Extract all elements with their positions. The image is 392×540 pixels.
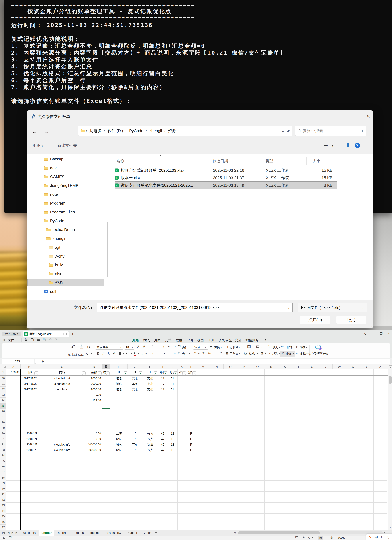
column-header-W[interactable]: W: [333, 365, 346, 369]
column-header-E[interactable]: E: [102, 365, 110, 369]
filter-caret-icon[interactable]: ▼: [292, 353, 294, 355]
column-header-F[interactable]: F: [110, 365, 127, 369]
column-header-P[interactable]: P: [237, 365, 251, 369]
currency-caret-icon[interactable]: ▼: [198, 353, 200, 355]
copy-icon[interactable]: ⧉: [86, 352, 88, 355]
sheet-tab-ledger[interactable]: Ledger: [39, 530, 54, 536]
document-tab[interactable]: S 模板-Ledgert.xlsx ⧉: [23, 331, 69, 337]
convert-icon-icon[interactable]: ⇄: [210, 345, 212, 349]
file-row-2[interactable]: S版本一.xlsx2025-11-03 21:37XLSX 工作表15 KB: [115, 174, 337, 182]
row-header-47[interactable]: 47: [0, 525, 6, 530]
filter-dropdown-icon[interactable]: [164, 371, 167, 375]
sheet-tab-income[interactable]: Income: [88, 530, 103, 536]
cell-D20[interactable]: 2000.00: [86, 375, 102, 381]
sheet-tab-expense[interactable]: Expense: [71, 530, 88, 536]
cell-B22[interactable]: 2017/11/20: [20, 387, 38, 392]
align-center-icon[interactable]: ⬌: [157, 351, 160, 355]
breadcrumb-this-pc[interactable]: 此电脑: [89, 128, 101, 134]
tree-item-backup[interactable]: Backup: [28, 155, 103, 163]
view-mode-caret-icon[interactable]: ▾: [332, 144, 333, 147]
cell-L31[interactable]: P: [186, 436, 196, 442]
export-pdf-icon[interactable]: 🖆: [31, 338, 34, 341]
cell-C33[interactable]: cloudlet.info: [38, 447, 86, 453]
column-header-size[interactable]: 大小: [313, 159, 320, 164]
cell-D22[interactable]: 2000.00: [86, 387, 102, 392]
normal-view-icon[interactable]: ▦: [318, 536, 323, 540]
search-box[interactable]: 在 资源 中搜索 ⌕: [295, 125, 366, 136]
address-dropdown-icon[interactable]: ⌄: [281, 129, 284, 133]
cell-C32[interactable]: cloudlet.info: [38, 442, 86, 447]
cell-H21[interactable]: 支出: [143, 381, 158, 387]
filename-dropdown-icon[interactable]: ⌄: [287, 306, 290, 309]
sort-icon-icon[interactable]: A↓: [281, 345, 284, 348]
hscroll-right-icon[interactable]: ▶: [384, 531, 386, 534]
row-header-46[interactable]: 46: [0, 519, 6, 525]
up-icon[interactable]: ↑: [66, 128, 72, 135]
column-header-X[interactable]: X: [346, 365, 360, 369]
column-header-U[interactable]: U: [305, 365, 319, 369]
breadcrumb-zhengli[interactable]: zhengli: [149, 128, 162, 133]
page-break-view-icon[interactable]: ⎅: [329, 536, 334, 540]
cell-J30[interactable]: 13: [168, 431, 177, 436]
column-header-G[interactable]: G: [127, 365, 143, 369]
dialog-close-icon[interactable]: ✕: [365, 113, 372, 119]
worksheet-label[interactable]: 工作表: [230, 352, 238, 356]
cell-F20[interactable]: 域名: [110, 375, 127, 381]
cell-J31[interactable]: 13: [168, 436, 177, 442]
cell-H20[interactable]: 支出: [143, 375, 158, 381]
tree-item--[interactable]: 资源: [28, 279, 103, 286]
menu-tab-5[interactable]: 数据: [175, 338, 182, 343]
cell-J32[interactable]: 13: [168, 442, 177, 447]
wrap-icon-icon[interactable]: 🗔: [178, 345, 181, 348]
sheet-tab-check[interactable]: Check: [140, 530, 154, 536]
row-header-22[interactable]: 22: [0, 387, 6, 392]
menu-tab-8[interactable]: 工具: [208, 338, 215, 343]
clear-format-icon[interactable]: ◇: [141, 351, 143, 355]
column-header-D[interactable]: D: [86, 365, 102, 369]
paste-icon[interactable]: 📋: [79, 345, 84, 349]
moon-icon[interactable]: ☾: [381, 535, 384, 539]
row-header-29[interactable]: 29: [0, 425, 6, 431]
column-header-K[interactable]: K: [177, 365, 186, 369]
row-header-45[interactable]: 45: [0, 514, 6, 519]
last-sheet-icon[interactable]: ▶|: [16, 531, 18, 534]
macro-record-icon[interactable]: 🗔: [9, 536, 12, 539]
cell-G30[interactable]: /: [127, 431, 143, 436]
quickbar-caret-icon[interactable]: ⌄: [61, 338, 63, 341]
cell-J21[interactable]: 11: [168, 381, 177, 387]
percent-icon[interactable]: %: [202, 351, 205, 355]
bold-icon[interactable]: B: [97, 351, 99, 355]
column-header-V[interactable]: V: [319, 365, 333, 369]
filter-dropdown-icon[interactable]: [174, 371, 177, 375]
cell-A1[interactable]: 123.00: [6, 369, 20, 375]
align-left-icon[interactable]: ⬅: [152, 351, 154, 355]
filter-dropdown-icon[interactable]: [154, 371, 157, 375]
menu-tab-6[interactable]: 审阅: [186, 338, 193, 343]
dec-inc-icon[interactable]: ⁺·⁰: [213, 351, 217, 355]
row-header-20[interactable]: 20: [0, 375, 6, 381]
cell-D24[interactable]: 123.00: [86, 398, 102, 403]
column-header-type[interactable]: 类型: [265, 159, 273, 164]
borders-caret-icon[interactable]: ▼: [123, 353, 125, 355]
cell-I30[interactable]: 47: [158, 431, 168, 436]
cell-G21[interactable]: 其他: [127, 381, 143, 387]
merge-caret-icon[interactable]: ▼: [189, 353, 191, 355]
sum-icon-icon[interactable]: ∑: [268, 351, 271, 355]
cell-F21[interactable]: 域名: [110, 381, 127, 387]
table-insert-icon[interactable]: ⊡: [260, 351, 263, 355]
fill-icon-icon[interactable]: ⤵: [268, 345, 270, 348]
font-name-select[interactable]: 微软雅黑⌄: [95, 345, 123, 350]
row-header-41[interactable]: 41: [0, 491, 6, 497]
column-header-T[interactable]: T: [292, 365, 305, 369]
currency-icon[interactable]: ¥: [194, 351, 196, 355]
scroll-up-icon[interactable]: ▲: [388, 366, 392, 368]
cell-B21[interactable]: 2017/11/20: [20, 381, 38, 387]
italic-icon[interactable]: I: [103, 351, 103, 355]
tree-item-dist[interactable]: dist: [28, 270, 103, 278]
zoom-caret-icon[interactable]: ⌄: [346, 537, 348, 539]
menu-tab-1[interactable]: 开始: [132, 338, 139, 343]
filename-input[interactable]: 微信支付账单流水文件(20251021-20251102)_2025110313…: [97, 303, 293, 312]
align-middle-icon[interactable]: ≡: [157, 345, 159, 348]
row-header-33[interactable]: 33: [0, 447, 6, 453]
minimize-icon[interactable]: —: [370, 331, 376, 336]
